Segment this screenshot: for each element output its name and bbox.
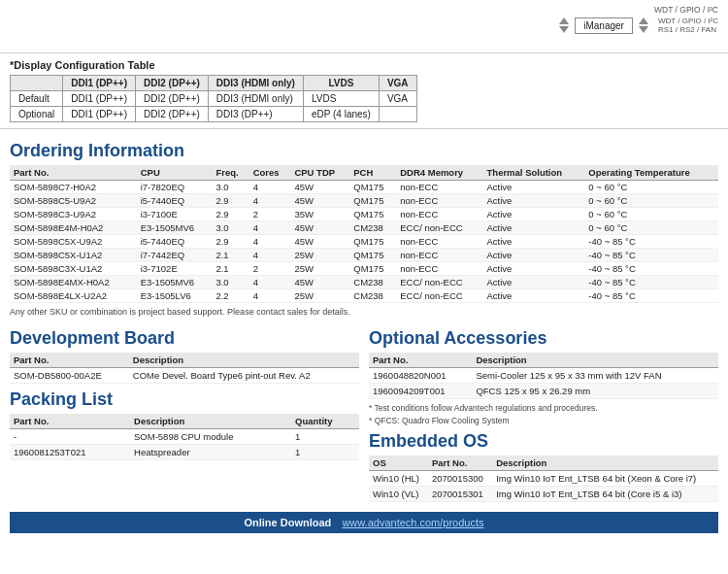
display-config-row: DefaultDDI1 (DP++)DDI2 (DP++)DDI3 (HDMI … [11,91,417,107]
packing-row: -SOM-5898 CPU module1 [10,429,359,445]
online-download-bar: Online Download www.advantech.com/produc… [10,512,718,533]
ordering-row: SOM-5898C5X-U9A2i5-7440EQ2.9445WQM175non… [10,235,718,249]
ordering-row: SOM-5898E4MX-H0A2E3-1505MV63.0445WCM238E… [10,276,718,289]
optional-row: 1960094209T001QFCS 125 x 95 x 26.29 mm [369,384,718,399]
right-column: Optional Accessories Part No.Description… [369,322,718,506]
ordering-row: SOM-5898C7-H0A2i7-7820EQ3.0445WQM175non-… [10,181,718,194]
imanager-label: iManager [583,20,624,31]
display-config-section: *Display Configuration Table DDI1 (DP++)… [0,53,728,129]
packing-heading: Packing List [10,389,359,410]
embedded-os-table: OSPart No.Description Win10 (HL)20700153… [369,456,718,502]
embedded-os-row: Win10 (VL)2070015301Img Win10 IoT Ent_LT… [369,487,718,502]
diagram-right: WDT / GPIO / I²C iManager WDT / GPIO / I… [559,5,718,34]
online-download-label: Online Download [244,517,331,528]
ordering-note: Any other SKU or combination is project … [10,307,718,317]
top-diagram-area: WDT / GPIO / I²C iManager WDT / GPIO / I… [0,0,728,53]
ordering-row: SOM-5898C5X-U1A2i7-7442EQ2.1425WQM175non… [10,249,718,262]
embedded-os-heading: Embedded OS [369,431,718,452]
online-download-url[interactable]: www.advantech.com/products [342,517,483,528]
packing-row: 1960081253T021Heatspreader1 [10,445,359,460]
optional-row: 1960048820N001Semi-Cooler 125 x 95 x 33 … [369,368,718,384]
dev-board-table: Part No.Description SOM-DB5800-00A2ECOMe… [10,353,359,384]
optional-note: * Test conditions follow Advantech regul… [369,403,718,413]
main-content: Ordering Information Part No.CPUFreq.Cor… [0,129,728,539]
arrow-box [559,17,569,33]
ordering-row: SOM-5898E4M-H0A2E3-1505MV63.0445WCM238EC… [10,221,718,235]
ordering-row: SOM-5898C5-U9A2i5-7440EQ2.9445WQM175non-… [10,194,718,208]
display-config-row: OptionalDDI1 (DP++)DDI2 (DP++)DDI3 (DP++… [11,107,417,122]
embedded-os-row: Win10 (HL)2070015300Img Win10 IoT Ent_LT… [369,471,718,487]
wdt-gpio-label: WDT / GPIO / I²C [658,17,718,25]
optional-notes: * Test conditions follow Advantech regul… [369,403,718,425]
rs-fan-label: RS1 / RS2 / FAN [658,25,718,34]
arrow-up-right-icon [639,17,648,24]
dev-board-heading: Development Board [10,328,359,349]
arrow-box-right [639,17,648,33]
optional-table: Part No.Description 1960048820N001Semi-C… [369,353,718,399]
ordering-table: Part No.CPUFreq.CoresCPU TDPPCHDDR4 Memo… [10,165,718,303]
imanager-box: iManager [575,17,633,34]
arrow-up-icon [559,17,569,24]
two-col-layout: Development Board Part No.Description SO… [10,322,718,506]
ordering-row: SOM-5898C3X-U1A2i3-7102E2.1225WQM175non-… [10,262,718,276]
arrow-down-right-icon [639,26,648,33]
wdt-label: WDT / GPIO / I²C [654,5,718,15]
optional-heading: Optional Accessories [369,328,718,349]
ordering-row: SOM-5898C3-U9A2i3-7100E2.9235WQM175non-E… [10,208,718,221]
dev-board-row: SOM-DB5800-00A2ECOMe Devel. Board Type6 … [10,368,359,384]
packing-table: Part No.DescriptionQuantity -SOM-5898 CP… [10,414,359,460]
left-column: Development Board Part No.Description SO… [10,322,359,506]
arrow-down-icon [559,26,569,33]
optional-note: * QFCS: Quadro Flow Cooling System [369,416,718,425]
ordering-heading: Ordering Information [10,141,718,161]
side-labels: WDT / GPIO / I²C RS1 / RS2 / FAN [658,17,718,34]
display-config-table: DDI1 (DP++)DDI2 (DP++)DDI3 (HDMI only)LV… [10,75,417,122]
ordering-row: SOM-5898E4LX-U2A2E3-1505LV62.2425WCM238E… [10,289,718,303]
display-config-title: *Display Configuration Table [10,59,718,71]
